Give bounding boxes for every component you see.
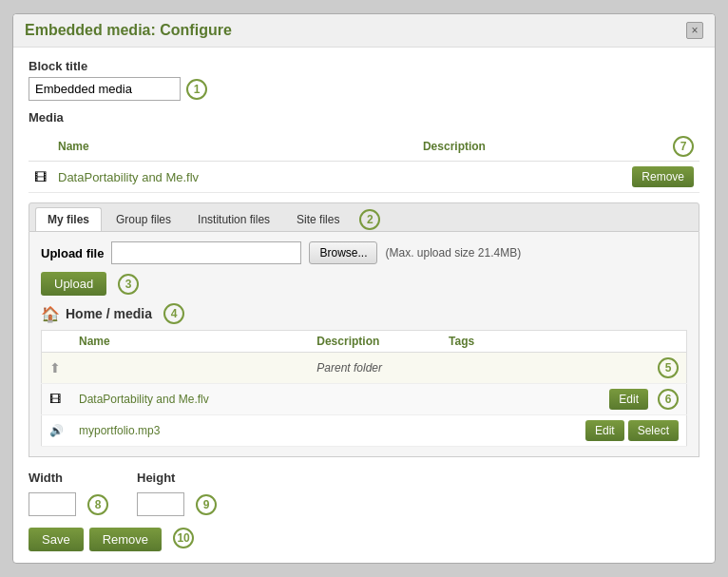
remove-media-button[interactable]: Remove — [632, 166, 694, 187]
file1-icon-cell — [42, 384, 72, 415]
file-row-2: myportfolio.mp3 Edit Select — [42, 415, 687, 447]
file2-actions-cell: Edit Select — [508, 415, 687, 447]
desc-col-header: Description — [417, 132, 595, 162]
width-group: Width 8 — [29, 471, 108, 516]
action-col-header: 7 — [595, 132, 699, 162]
bottom-buttons: Save Remove 10 — [29, 528, 699, 551]
upload-row: Upload file Browse... (Max. upload size … — [41, 241, 687, 264]
file1-name-cell: DataPortability and Me.flv — [71, 384, 309, 415]
upload-button[interactable]: Upload — [41, 272, 106, 296]
video-icon-2 — [49, 393, 61, 406]
width-label: Width — [29, 471, 108, 485]
fl-desc-header: Description — [309, 331, 441, 353]
upload-btn-row: Upload 3 — [41, 272, 687, 296]
fl-name-header: Name — [71, 331, 309, 353]
name-col-header: Name — [52, 132, 417, 162]
browse-button[interactable]: Browse... — [309, 241, 377, 264]
title-action: Configure — [160, 22, 232, 38]
media-file-link[interactable]: DataPortability and Me.flv — [58, 170, 199, 184]
circled-9: 9 — [196, 494, 217, 515]
file1-actions-cell: Edit 6 — [508, 384, 687, 415]
icon-col-header — [29, 132, 52, 162]
media-section: Media Name Description 7 — [29, 110, 699, 193]
title-prefix: Embedded media: — [25, 22, 156, 38]
circled-5: 5 — [658, 357, 679, 378]
height-group: Height 9 — [137, 471, 217, 516]
file1-actions: Edit 6 — [516, 389, 679, 410]
file1-edit-button[interactable]: Edit — [609, 389, 648, 410]
circled-2: 2 — [359, 209, 380, 230]
file2-edit-button[interactable]: Edit — [585, 420, 624, 441]
file-type-icon — [29, 162, 52, 193]
tab-institution-files[interactable]: Institution files — [185, 207, 282, 231]
upload-input[interactable] — [111, 241, 301, 264]
fl-actions-header — [508, 331, 687, 353]
media-filename: DataPortability and Me.flv — [52, 162, 417, 193]
height-label: Height — [137, 471, 217, 485]
file2-select-button[interactable]: Select — [628, 420, 679, 441]
save-button[interactable]: Save — [29, 528, 84, 551]
file-row-1: DataPortability and Me.flv Edit 6 — [42, 384, 687, 415]
circled-3: 3 — [118, 274, 139, 295]
block-title-input[interactable] — [29, 77, 181, 101]
media-label: Media — [29, 110, 64, 125]
file2-desc-cell — [309, 415, 441, 447]
file2-name-cell: myportfolio.mp3 — [71, 415, 309, 447]
breadcrumb-row: 🏠 Home / media 4 — [41, 303, 687, 324]
configure-dialog: Embedded media: Configure × Block title … — [12, 13, 716, 564]
media-row: DataPortability and Me.flv Remove — [29, 162, 699, 193]
width-input[interactable] — [29, 492, 76, 516]
remove-button[interactable]: Remove — [89, 528, 162, 551]
fl-icon-header — [42, 331, 72, 353]
breadcrumb-path: Home / media — [66, 306, 152, 321]
file1-desc-cell — [309, 384, 441, 415]
circled-7: 7 — [673, 136, 694, 157]
circled-1: 1 — [186, 79, 207, 100]
dialog-header: Embedded media: Configure × — [13, 14, 715, 48]
close-button[interactable]: × — [686, 22, 703, 39]
dialog-body: Block title 1 Media Name Description 7 — [13, 48, 715, 563]
tab-group-files[interactable]: Group files — [104, 207, 183, 231]
parent-name-cell — [71, 353, 309, 384]
dimensions-section: Width 8 Height 9 — [29, 471, 699, 516]
file-list-table: Name Description Tags Parent folder — [41, 330, 687, 447]
file2-tags-cell — [441, 415, 508, 447]
file1-link[interactable]: DataPortability and Me.flv — [79, 393, 209, 406]
height-input[interactable] — [137, 492, 184, 516]
parent-folder-icon — [49, 362, 61, 375]
media-table: Name Description 7 DataPortability and M — [29, 132, 699, 193]
block-title-label: Block title — [29, 59, 699, 73]
circled-10: 10 — [173, 528, 194, 548]
tab-content: Upload file Browse... (Max. upload size … — [29, 232, 699, 457]
parent-icon-cell — [42, 353, 72, 384]
dialog-title: Embedded media: Configure — [25, 22, 232, 39]
file2-actions: Edit Select — [516, 420, 679, 441]
file1-tags-cell — [441, 384, 508, 415]
media-actions: Remove — [595, 162, 699, 193]
file2-link[interactable]: myportfolio.mp3 — [79, 424, 160, 437]
parent-actions-cell: 5 — [508, 353, 687, 384]
video-icon — [34, 170, 47, 184]
upload-max-note: (Max. upload size 21.4MB) — [385, 246, 521, 260]
tab-my-files[interactable]: My files — [35, 207, 102, 231]
circled-8: 8 — [87, 494, 108, 515]
width-input-row: 8 — [29, 492, 108, 516]
height-input-row: 9 — [137, 492, 217, 516]
parent-folder-row: Parent folder 5 — [42, 353, 687, 384]
circled-6: 6 — [658, 389, 679, 410]
tab-site-files[interactable]: Site files — [284, 207, 352, 231]
home-icon: 🏠 — [41, 305, 60, 323]
parent-tags-cell — [441, 353, 508, 384]
media-description — [417, 162, 595, 193]
fl-tags-header: Tags — [441, 331, 508, 353]
file2-icon-cell — [42, 415, 72, 447]
upload-label: Upload file — [41, 246, 104, 260]
circled-4: 4 — [163, 303, 184, 324]
audio-icon — [49, 424, 64, 437]
parent-folder-label: Parent folder — [309, 353, 441, 384]
tabs-bar: My files Group files Institution files S… — [29, 202, 699, 232]
